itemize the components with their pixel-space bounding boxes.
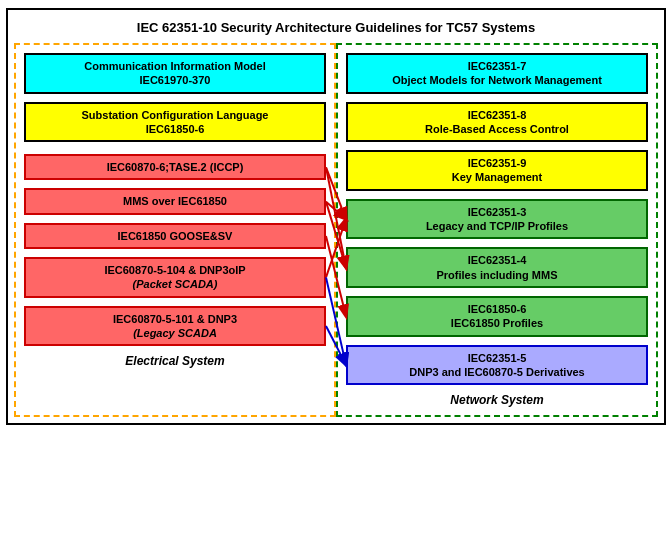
right-box-r2: IEC62351-9Key Management: [346, 150, 648, 191]
right-box-r6: IEC62351-5DNP3 and IEC60870-5 Derivative…: [346, 345, 648, 386]
left-top-box: Communication Information Model IEC61970…: [24, 53, 326, 94]
left-box-l1: IEC60870-6;TASE.2 (ICCP): [24, 154, 326, 180]
main-title: IEC 62351-10 Security Architecture Guide…: [14, 16, 658, 43]
left-box-l3: IEC61850 GOOSE&SV: [24, 223, 326, 249]
right-box-r1: IEC62351-8Role-Based Access Control: [346, 102, 648, 143]
main-container: IEC 62351-10 Security Architecture Guide…: [6, 8, 666, 425]
right-column: IEC62351-7 Object Models for Network Man…: [336, 43, 658, 417]
right-protocol-boxes: IEC62351-8Role-Based Access Control IEC6…: [346, 102, 648, 386]
left-box-l2: MMS over IEC61850: [24, 188, 326, 214]
right-top-box: IEC62351-7 Object Models for Network Man…: [346, 53, 648, 94]
right-col-label: Network System: [346, 393, 648, 407]
left-mid-box: Substation Configuration Language IEC618…: [24, 102, 326, 143]
left-protocol-boxes: IEC60870-6;TASE.2 (ICCP) MMS over IEC618…: [24, 154, 326, 346]
left-box-l5: IEC60870-5-101 & DNP3(Legacy SCADA: [24, 306, 326, 347]
right-box-r3: IEC62351-3Legacy and TCP/IP Profiles: [346, 199, 648, 240]
left-col-label: Electrical System: [24, 354, 326, 368]
left-box-l4: IEC60870-5-104 & DNP3oIP(Packet SCADA): [24, 257, 326, 298]
right-box-r5: IEC61850-6IEC61850 Profiles: [346, 296, 648, 337]
left-column: Communication Information Model IEC61970…: [14, 43, 336, 417]
two-columns: Communication Information Model IEC61970…: [14, 43, 658, 417]
right-box-r4: IEC62351-4Profiles including MMS: [346, 247, 648, 288]
